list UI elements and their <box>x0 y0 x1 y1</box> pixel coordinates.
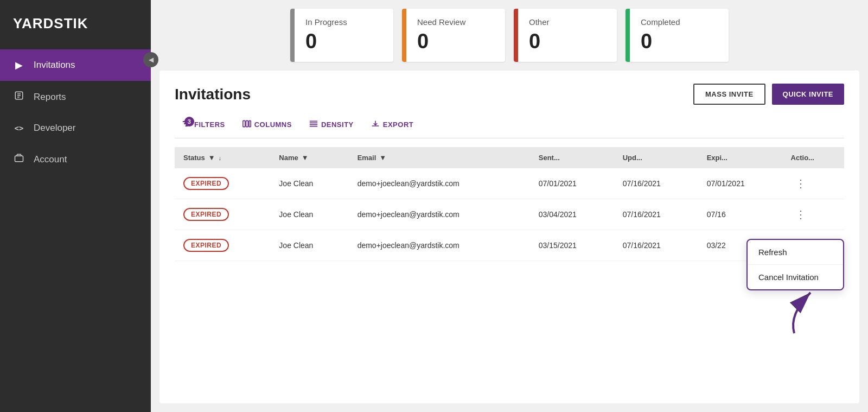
sidebar-item-account[interactable]: Account <box>0 143 151 175</box>
svg-rect-8 <box>243 121 245 126</box>
invitations-table-wrap: Status ▼ ↓ Name ▼ <box>175 147 844 261</box>
columns-icon <box>242 120 251 129</box>
stat-value-other: 0 <box>529 30 550 53</box>
stat-label-completed: Completed <box>641 17 680 27</box>
reports-icon <box>13 91 25 103</box>
filters-badge: 3 <box>184 117 194 126</box>
filters-button[interactable]: 3 FILTERS <box>175 116 233 134</box>
col-name[interactable]: Name ▼ <box>270 147 348 168</box>
export-icon <box>371 120 380 129</box>
cell-email: demo+joeclean@yardstik.com <box>349 199 530 230</box>
cell-updated: 07/16/2021 <box>614 230 698 261</box>
stat-other: Other 0 <box>514 9 617 62</box>
app-logo: YARDSTIK <box>0 0 151 45</box>
svg-rect-10 <box>249 121 251 126</box>
developer-icon: <> <box>13 124 25 132</box>
page-content: Invitations MASS INVITE QUICK INVITE 3 F… <box>159 71 859 403</box>
cell-name: Joe Clean <box>270 230 348 261</box>
density-icon <box>309 120 318 129</box>
main-content: In Progress 0 Need Review 0 Other 0 Comp… <box>151 0 868 412</box>
stat-value-completed: 0 <box>641 30 680 53</box>
mass-invite-button[interactable]: MASS INVITE <box>693 84 765 105</box>
filter-icon-email: ▼ <box>379 154 386 162</box>
sidebar-item-reports[interactable]: Reports <box>0 81 151 113</box>
svg-rect-4 <box>15 156 23 162</box>
action-menu-button[interactable]: ⋮ <box>791 175 810 192</box>
quick-invite-button[interactable]: QUICK INVITE <box>772 84 844 105</box>
page-title: Invitations <box>175 86 251 103</box>
col-status[interactable]: Status ▼ ↓ <box>175 147 270 168</box>
density-button[interactable]: DENSITY <box>302 116 361 134</box>
cell-updated: 07/16/2021 <box>614 168 698 199</box>
col-email[interactable]: Email ▼ <box>349 147 530 168</box>
filter-icon-name: ▼ <box>302 154 309 162</box>
table-row: EXPIRED Joe Clean demo+joeclean@yardstik… <box>175 168 844 199</box>
columns-button[interactable]: COLUMNS <box>235 116 299 134</box>
cell-status: EXPIRED <box>175 168 270 199</box>
stat-completed: Completed 0 <box>626 9 729 62</box>
cell-sent: 03/15/2021 <box>530 230 614 261</box>
context-menu-refresh[interactable]: Refresh <box>748 240 843 264</box>
stat-need-review: Need Review 0 <box>402 9 505 62</box>
stat-label-other: Other <box>529 17 550 27</box>
stat-value-need-review: 0 <box>417 30 465 53</box>
cell-actions[interactable]: ⋮ <box>782 199 844 230</box>
sort-icon-status: ↓ <box>219 155 222 161</box>
col-updated[interactable]: Upd... <box>614 147 698 168</box>
sidebar: YARDSTIK ◀ ▶ Invitations Reports <> Deve… <box>0 0 151 412</box>
filter-icon-status: ▼ <box>208 154 215 162</box>
stat-in-progress: In Progress 0 <box>290 9 393 62</box>
toolbar: 3 FILTERS COLUMNS DENSITY <box>175 116 844 138</box>
stat-bar-other <box>514 9 518 62</box>
sidebar-item-invitations[interactable]: ▶ Invitations <box>0 49 151 81</box>
invitations-table: Status ▼ ↓ Name ▼ <box>175 147 844 261</box>
svg-rect-9 <box>246 121 248 126</box>
stat-value-in-progress: 0 <box>305 30 347 53</box>
col-expiry[interactable]: Expi... <box>698 147 782 168</box>
cell-email: demo+joeclean@yardstik.com <box>349 168 530 199</box>
action-menu-button[interactable]: ⋮ <box>791 206 810 223</box>
cell-name: Joe Clean <box>270 199 348 230</box>
stat-bar-completed <box>626 9 630 62</box>
sidebar-nav: ▶ Invitations Reports <> Developer Accou… <box>0 49 151 175</box>
cell-actions[interactable]: ⋮ <box>782 168 844 199</box>
account-icon <box>13 153 25 166</box>
cell-email: demo+joeclean@yardstik.com <box>349 230 530 261</box>
col-sent[interactable]: Sent... <box>530 147 614 168</box>
table-row: EXPIRED Joe Clean demo+joeclean@yardstik… <box>175 199 844 230</box>
cell-name: Joe Clean <box>270 168 348 199</box>
sidebar-collapse-button[interactable]: ◀ <box>143 52 158 67</box>
cell-updated: 07/16/2021 <box>614 199 698 230</box>
invitations-icon: ▶ <box>13 59 25 71</box>
stat-bar-need-review <box>402 9 406 62</box>
cell-status: EXPIRED <box>175 230 270 261</box>
stat-label-in-progress: In Progress <box>305 17 347 27</box>
stat-bar-in-progress <box>290 9 295 62</box>
col-actions: Actio... <box>782 147 844 168</box>
cell-sent: 07/01/2021 <box>530 168 614 199</box>
context-menu: Refresh Cancel Invitation <box>746 239 844 290</box>
context-menu-cancel[interactable]: Cancel Invitation <box>748 265 843 289</box>
cell-status: EXPIRED <box>175 199 270 230</box>
table-row: EXPIRED Joe Clean demo+joeclean@yardstik… <box>175 230 844 261</box>
stats-bar: In Progress 0 Need Review 0 Other 0 Comp… <box>151 0 868 62</box>
sidebar-item-developer[interactable]: <> Developer <box>0 113 151 143</box>
export-button[interactable]: EXPORT <box>363 116 421 134</box>
header-actions: MASS INVITE QUICK INVITE <box>693 84 844 105</box>
stat-label-need-review: Need Review <box>417 17 465 27</box>
cell-expiry: 07/16 <box>698 199 782 230</box>
cell-expiry: 07/01/2021 <box>698 168 782 199</box>
cell-sent: 03/04/2021 <box>530 199 614 230</box>
page-header: Invitations MASS INVITE QUICK INVITE <box>175 84 844 105</box>
